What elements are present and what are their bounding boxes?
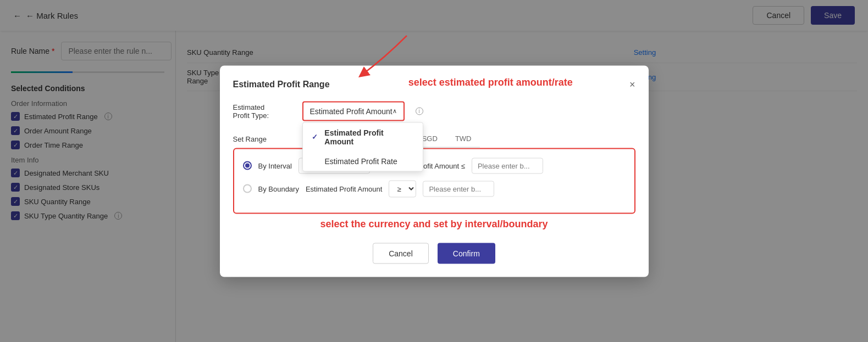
range-section: By Interval ≤ Estimated Profit Amount ≤ … [233, 148, 635, 214]
dropdown-label-amount: Estimated Profit Amount [324, 128, 413, 145]
set-range-row: Set Range Currency THB VND SGD TWD [233, 130, 635, 148]
by-boundary-radio[interactable] [243, 184, 252, 193]
estimated-profit-range-modal: Estimated Profit Range select estimated … [220, 65, 649, 277]
by-interval-label: By Interval [258, 161, 292, 170]
by-boundary-row: By Boundary Estimated Profit Amount ≥ ≤ [243, 180, 626, 197]
profit-type-select[interactable]: Estimated Profit Amount ∧ [302, 101, 405, 121]
modal-close-button[interactable]: × [629, 80, 635, 89]
dropdown-item-amount[interactable]: ✓ Estimated Profit Amount [303, 122, 423, 151]
selected-option-label: Estimated Profit Amount [310, 106, 392, 115]
boundary-operator-select[interactable]: ≥ ≤ [389, 180, 416, 197]
profit-type-row: EstimatedProfit Type: Estimated Profit A… [233, 101, 635, 121]
chevron-up-icon: ∧ [392, 108, 397, 115]
by-interval-row: By Interval ≤ Estimated Profit Amount ≤ [243, 158, 626, 173]
profit-type-select-wrapper: Estimated Profit Amount ∧ ✓ Estimated Pr… [302, 101, 405, 121]
annotation-bottom: select the currency and set by interval/… [233, 218, 635, 229]
interval-max-input[interactable] [472, 158, 543, 173]
info-icon-profit-type[interactable]: i [416, 107, 423, 115]
modal-cancel-button[interactable]: Cancel [373, 243, 429, 263]
profit-type-label: EstimatedProfit Type: [233, 103, 294, 119]
currency-tab-twd[interactable]: TWD [446, 130, 480, 148]
boundary-value-input[interactable] [423, 181, 494, 197]
profit-type-dropdown[interactable]: ✓ Estimated Profit Amount Estimated Prof… [302, 122, 423, 171]
set-range-label: Set Range [233, 134, 294, 143]
boundary-profit-label: Estimated Profit Amount [306, 184, 382, 193]
modal-header: Estimated Profit Range select estimated … [233, 79, 635, 90]
by-boundary-label: By Boundary [258, 184, 299, 193]
check-mark-icon: ✓ [312, 133, 320, 141]
annotation-profit-type: select estimated profit amount/rate [408, 76, 573, 88]
modal-confirm-button[interactable]: Confirm [438, 243, 495, 263]
by-interval-radio[interactable] [243, 161, 252, 170]
dropdown-item-rate[interactable]: Estimated Profit Rate [303, 151, 423, 171]
dropdown-label-rate: Estimated Profit Rate [325, 156, 397, 165]
modal-footer: Cancel Confirm [233, 243, 635, 263]
modal-title: Estimated Profit Range [233, 80, 330, 89]
